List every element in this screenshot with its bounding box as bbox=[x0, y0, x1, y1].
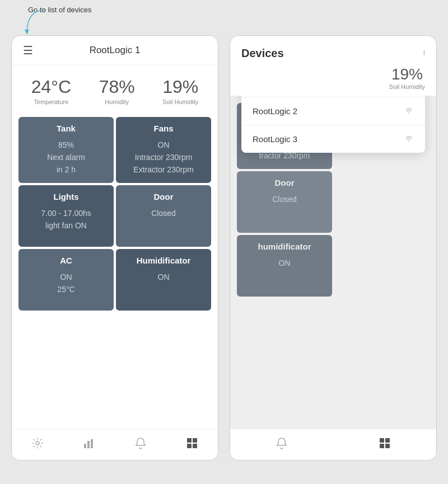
soil-humidity-stat: 19% Soil Humidity bbox=[162, 77, 198, 105]
devices-title: Devices bbox=[241, 47, 284, 60]
door-tile-title: Door bbox=[154, 192, 174, 201]
svg-rect-10 bbox=[385, 438, 390, 443]
tank-tile-content: 85%Next alarmin 2 h bbox=[47, 139, 85, 176]
humidity-label: Humidity bbox=[99, 98, 135, 105]
door-tile[interactable]: Door Closed bbox=[116, 185, 211, 247]
grid-nav-icon[interactable] bbox=[186, 437, 198, 452]
lights-tile-title: Lights bbox=[54, 192, 79, 201]
svg-rect-6 bbox=[193, 438, 197, 443]
signal-indicator: I bbox=[423, 49, 425, 57]
ac-tile-title: AC bbox=[60, 256, 72, 265]
temperature-label: Temperature bbox=[31, 98, 72, 105]
stats-row: 24°C Temperature 78% Humidity 19% Soil H… bbox=[12, 65, 218, 108]
right-bell-icon[interactable] bbox=[276, 437, 288, 452]
ac-tile[interactable]: AC ON25°C bbox=[18, 249, 114, 311]
svg-rect-12 bbox=[385, 444, 390, 448]
door-tile-content: Closed bbox=[151, 207, 176, 219]
svg-rect-9 bbox=[380, 438, 384, 443]
left-bottom-nav bbox=[12, 429, 218, 460]
humidificator-tile[interactable]: Humidificator ON bbox=[116, 249, 211, 311]
device-name-3: RootLogic 3 bbox=[253, 134, 297, 144]
lights-tile[interactable]: Lights 7.00 - 17.00hslight fan ON bbox=[18, 185, 114, 247]
device-name-2: RootLogic 2 bbox=[253, 106, 297, 116]
right-phone: Fans ONtractor 230rpmtractor 230rpm Door… bbox=[230, 35, 437, 460]
fans-tile-content: ONIntractor 230rpmExtractor 230rpm bbox=[133, 139, 193, 176]
humidity-value: 78% bbox=[99, 77, 135, 97]
right-stats-row: 19% Soil Humidity bbox=[230, 65, 436, 96]
svg-rect-7 bbox=[187, 444, 192, 448]
svg-point-1 bbox=[36, 441, 39, 445]
phone-title: RootLogic 1 bbox=[90, 45, 141, 56]
wifi-icon-3 bbox=[404, 134, 414, 144]
phone-header: ☰ RootLogic 1 bbox=[12, 36, 218, 65]
stats-nav-icon[interactable] bbox=[83, 437, 95, 452]
svg-rect-3 bbox=[87, 441, 90, 448]
humidity-stat: 78% Humidity bbox=[99, 77, 135, 105]
ac-tile-content: ON25°C bbox=[57, 271, 74, 296]
right-soil-stat: 19% Soil Humidity bbox=[389, 65, 425, 90]
right-grid-icon[interactable] bbox=[379, 437, 391, 452]
device-rootlogic2[interactable]: RootLogic 2 bbox=[241, 97, 425, 125]
humidificator-tile-title: Humidificator bbox=[137, 256, 191, 265]
device-rootlogic3[interactable]: RootLogic 3 bbox=[241, 125, 425, 153]
settings-nav-icon[interactable] bbox=[31, 437, 44, 452]
fans-tile[interactable]: Fans ONIntractor 230rpmExtractor 230rpm bbox=[116, 117, 211, 183]
right-soil-label: Soil Humidity bbox=[389, 83, 425, 90]
humidificator-tile-content: ON bbox=[158, 271, 170, 283]
right-soil-value: 19% bbox=[389, 65, 425, 83]
devices-header: Devices I bbox=[230, 36, 436, 65]
temperature-value: 24°C bbox=[31, 77, 72, 97]
temperature-stat: 24°C Temperature bbox=[31, 77, 72, 105]
bell-nav-icon[interactable] bbox=[134, 437, 147, 452]
svg-marker-0 bbox=[25, 30, 29, 35]
svg-rect-11 bbox=[380, 444, 384, 448]
svg-rect-5 bbox=[187, 438, 192, 443]
right-bottom-nav bbox=[230, 429, 436, 460]
svg-rect-2 bbox=[84, 444, 86, 448]
wifi-icon-2 bbox=[404, 106, 414, 116]
svg-rect-8 bbox=[193, 444, 197, 448]
soil-humidity-value: 19% bbox=[162, 77, 198, 97]
svg-rect-4 bbox=[91, 439, 93, 448]
menu-icon[interactable]: ☰ bbox=[23, 44, 33, 57]
tiles-grid: Tank 85%Next alarmin 2 h Fans ONIntracto… bbox=[12, 108, 218, 319]
tank-tile-title: Tank bbox=[57, 124, 76, 133]
left-phone: ☰ RootLogic 1 24°C Temperature 78% Humid… bbox=[11, 35, 218, 460]
tank-tile[interactable]: Tank 85%Next alarmin 2 h bbox=[18, 117, 114, 183]
soil-humidity-label: Soil Humidity bbox=[162, 98, 198, 105]
fans-tile-title: Fans bbox=[153, 124, 173, 133]
annotation: Go to list of devices bbox=[17, 6, 91, 15]
annotation-text: Go to list of devices bbox=[28, 6, 91, 15]
lights-tile-content: 7.00 - 17.00hslight fan ON bbox=[41, 207, 91, 232]
